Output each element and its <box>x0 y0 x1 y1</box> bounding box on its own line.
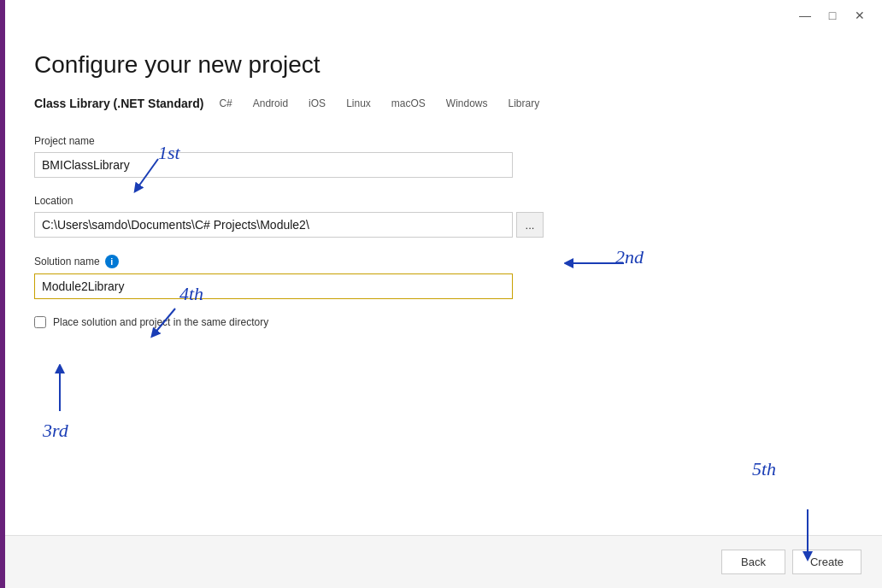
annotation-third: 3rd <box>43 420 68 442</box>
location-label: Location <box>34 195 848 207</box>
minimize-button[interactable]: — <box>793 3 817 27</box>
solution-name-label: Solution name i <box>34 255 848 268</box>
solution-name-input[interactable] <box>34 273 513 299</box>
bottom-bar: Back Create <box>0 535 882 588</box>
project-name-group: Project name <box>34 135 848 178</box>
main-window: — □ ✕ Configure your new project Class L… <box>0 0 882 588</box>
tag-android: Android <box>248 96 293 111</box>
solution-name-group: Solution name i <box>34 255 848 299</box>
tag-ios: iOS <box>303 96 331 111</box>
browse-button[interactable]: ... <box>516 212 544 238</box>
project-type-row: Class Library (.NET Standard) C# Android… <box>34 96 848 111</box>
tag-windows: Windows <box>441 96 493 111</box>
tag-linux: Linux <box>341 96 376 111</box>
project-name-label: Project name <box>34 135 848 147</box>
checkbox-row: Place solution and project in the same d… <box>34 316 848 328</box>
project-name-input[interactable] <box>34 152 513 178</box>
page-title: Configure your new project <box>34 51 848 79</box>
location-row: C:\Users\samdo\Documents\C# Projects\Mod… <box>34 212 848 238</box>
location-group: Location C:\Users\samdo\Documents\C# Pro… <box>34 195 848 238</box>
tag-library: Library <box>503 96 545 111</box>
back-button[interactable]: Back <box>721 550 785 574</box>
main-content: Configure your new project Class Library… <box>0 31 882 535</box>
same-directory-checkbox[interactable] <box>34 316 46 328</box>
solution-name-info-icon[interactable]: i <box>105 255 119 268</box>
tag-macos: macOS <box>386 96 431 111</box>
maximize-button[interactable]: □ <box>820 3 844 27</box>
arrow-third <box>47 364 73 415</box>
create-button[interactable]: Create <box>792 550 861 574</box>
close-button[interactable]: ✕ <box>848 3 872 27</box>
location-select[interactable]: C:\Users\samdo\Documents\C# Projects\Mod… <box>34 212 513 238</box>
project-type-label: Class Library (.NET Standard) <box>34 97 203 110</box>
tag-csharp: C# <box>214 96 237 111</box>
title-bar: — □ ✕ <box>0 0 882 31</box>
same-directory-label[interactable]: Place solution and project in the same d… <box>53 316 268 328</box>
annotation-fifth: 5th <box>752 458 776 480</box>
